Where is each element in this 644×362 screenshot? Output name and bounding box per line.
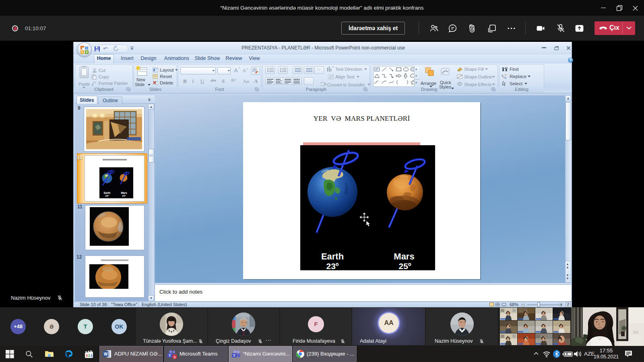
svg-text:W: W: [104, 352, 108, 356]
svg-text:T: T: [169, 354, 171, 358]
svg-text:3: 3: [86, 354, 88, 358]
svg-text:Mars: Mars: [394, 251, 414, 261]
svg-text:25º: 25º: [122, 195, 126, 197]
svg-text:Mars: Mars: [121, 191, 127, 194]
svg-text:b: b: [505, 76, 506, 79]
svg-text:23º: 23º: [326, 261, 339, 270]
svg-text:a: a: [502, 74, 503, 77]
svg-text:25º: 25º: [398, 261, 411, 270]
svg-text:Earth: Earth: [104, 191, 111, 194]
svg-text:T: T: [233, 354, 235, 358]
svg-text:2: 2: [88, 354, 90, 358]
svg-text:Earth: Earth: [321, 251, 344, 261]
svg-text:1: 1: [91, 354, 93, 358]
svg-text:23º: 23º: [105, 195, 109, 197]
